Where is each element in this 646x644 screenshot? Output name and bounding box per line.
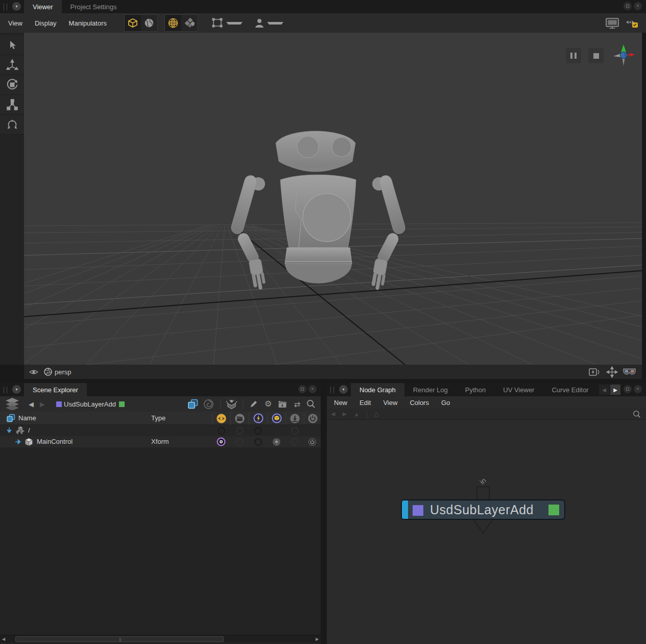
lightning-ring-icon [253,413,264,424]
shaded-display-button[interactable] [125,15,141,31]
gear-icon[interactable]: ⚙ [265,400,272,408]
panel-drag-handle[interactable] [4,387,7,393]
node-input-port[interactable] [402,500,408,519]
unpack-box-icon[interactable] [226,399,237,410]
panel-menu-button[interactable]: ▾ [339,385,348,394]
table-row[interactable]: / [0,425,321,436]
table-row[interactable]: MainControl Xform [0,436,321,447]
node-graph-canvas[interactable]: in UsdSubLayerAdd [327,420,646,644]
menu-view[interactable]: View [377,399,403,407]
pause-button[interactable] [566,48,581,63]
close-icon[interactable]: × [634,2,642,10]
close-icon[interactable]: × [308,385,317,393]
nav-back-button[interactable]: ◀ [331,411,335,417]
tab-python[interactable]: Python [457,383,494,396]
visibility-on-icon[interactable] [217,437,226,446]
transform-tool-button[interactable] [0,115,24,135]
node-output-arrow[interactable] [473,520,493,534]
column-header-activation[interactable] [304,412,321,425]
search-icon[interactable] [306,399,316,409]
horizontal-scrollbar[interactable]: ◀ ▶ [0,635,321,642]
scroll-right-button[interactable]: ▶ [314,635,321,643]
rotate-icon [6,79,18,91]
layers-icon[interactable] [5,398,20,410]
menu-display[interactable]: Display [29,19,63,27]
menu-manipulators[interactable]: Manipulators [63,19,113,27]
tab-viewer[interactable]: Viewer [24,0,62,13]
stop-button[interactable] [588,48,604,63]
node-usdsublayeradd[interactable]: UsdSubLayerAdd [401,499,565,520]
pencil-icon[interactable] [249,399,258,409]
translate-tool-button[interactable] [0,55,24,75]
tab-project-settings[interactable]: Project Settings [62,0,126,13]
tab-render-log[interactable]: Render Log [404,383,457,396]
stereo-glasses-icon[interactable] [623,368,636,375]
tab-node-graph[interactable]: Node Graph [351,383,404,396]
home-icon[interactable]: ⌂ [374,410,379,418]
scroll-left-button[interactable]: ◀ [0,635,7,643]
menu-new[interactable]: New [328,399,353,407]
row-name[interactable]: / [28,426,30,434]
menu-go[interactable]: Go [435,399,456,407]
close-icon[interactable]: × [634,385,642,393]
pan-view-icon[interactable] [606,366,618,378]
column-header-name[interactable]: Name [18,414,36,422]
column-header-visibility[interactable] [212,412,230,425]
nav-forward-button[interactable]: ▶ [342,411,346,417]
slate-icon[interactable] [278,400,288,409]
wireframe-on-shaded-button[interactable] [165,15,181,31]
panel-drag-handle[interactable] [4,4,7,10]
nav-up-button[interactable]: ▲ [354,411,360,417]
column-header-renderable[interactable] [230,412,249,425]
tabs-scroll-left-button[interactable]: ◀ [599,385,609,395]
scene-display-button[interactable] [141,15,157,31]
expand-arrow-icon[interactable] [6,427,12,434]
monitor-icon[interactable] [606,18,619,29]
restore-button[interactable] [298,385,306,393]
tab-curve-editor[interactable]: Curve Editor [543,383,597,396]
camera-name[interactable]: persp [55,368,71,376]
tabs-scroll-right-button[interactable]: ▶ [610,385,620,395]
restore-button[interactable] [624,2,632,10]
node-color-badge-green [119,401,125,407]
column-header-proxy[interactable] [267,412,285,425]
chevron-down-icon [226,22,243,25]
proxy-small-icon[interactable] [272,438,281,446]
node-title[interactable]: UsdSubLayerAdd [408,503,548,517]
eye-lock-icon[interactable] [626,18,639,28]
scale-tool-button[interactable] [0,95,24,115]
menu-edit[interactable]: Edit [353,399,377,407]
selection-mode-button[interactable] [211,18,243,28]
swap-arrows-icon[interactable]: ⇄ [294,400,300,408]
history-forward-button[interactable]: ▶ [40,400,45,408]
select-tool-button[interactable] [0,35,24,55]
scrollbar-thumb[interactable] [15,636,224,642]
camera-aperture-icon[interactable] [44,368,52,376]
eye-icon[interactable] [29,369,38,375]
camera-pose-button[interactable] [255,18,283,28]
column-header-type[interactable]: Type [151,414,165,422]
column-header-load-state[interactable] [285,412,304,425]
restore-button[interactable] [624,385,632,393]
viewport-3d[interactable] [24,33,642,365]
search-icon[interactable] [633,410,641,418]
panel-menu-button[interactable]: ▾ [12,2,21,11]
stacked-copies-icon[interactable] [187,399,199,410]
layout-views-button[interactable] [181,15,198,31]
row-name[interactable]: MainControl [37,438,73,445]
panel-drag-handle[interactable] [330,387,334,393]
tab-scene-explorer[interactable]: Scene Explorer [24,383,87,396]
current-node-label[interactable]: UsdSubLayerAdd [64,400,116,408]
history-back-button[interactable]: ◀ [29,400,34,408]
swirl-icon[interactable] [203,399,214,410]
power-small-icon[interactable] [308,438,317,446]
menu-view[interactable]: View [2,19,29,27]
exposure-icon[interactable] [589,368,601,376]
panel-menu-button[interactable]: ▾ [12,385,21,394]
menu-colors[interactable]: Colors [403,399,435,407]
rotate-tool-button[interactable] [0,75,24,95]
tab-uv-viewer[interactable]: UV Viewer [494,383,543,396]
collapse-arrow-icon[interactable] [15,439,21,445]
axis-gizmo[interactable] [612,43,635,67]
column-header-live-refresh[interactable] [249,412,267,425]
